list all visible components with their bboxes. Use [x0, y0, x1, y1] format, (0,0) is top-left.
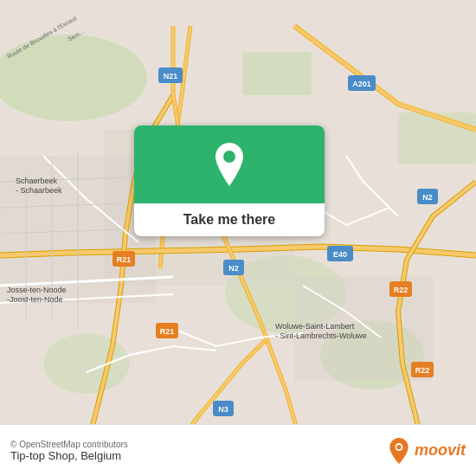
- svg-text:Josse-ten-Noode: Josse-ten-Noode: [7, 286, 67, 294]
- take-me-there-button[interactable]: Take me there: [183, 212, 275, 228]
- navigation-card: Take me there: [134, 125, 325, 236]
- svg-text:R21: R21: [117, 255, 132, 264]
- location-name: Tip-top Shop, Belgium: [10, 449, 128, 462]
- svg-text:N3: N3: [218, 405, 228, 414]
- svg-text:R22: R22: [394, 286, 408, 294]
- moovit-brand-text: moovit: [415, 441, 466, 460]
- svg-text:N2: N2: [228, 264, 239, 273]
- svg-text:N2: N2: [422, 193, 433, 202]
- svg-rect-2: [242, 52, 312, 95]
- card-body[interactable]: Take me there: [134, 203, 325, 236]
- svg-text:- Schaarbeek: - Schaarbeek: [16, 186, 62, 195]
- osm-attribution: © OpenStreetMap contributors: [10, 440, 128, 449]
- svg-text:A201: A201: [352, 80, 371, 88]
- map-container: N21 A201 N2 N2 E40 R21 R21 R22 R: [0, 0, 476, 476]
- svg-text:Woluwe-Saint-Lambert: Woluwe-Saint-Lambert: [275, 322, 355, 331]
- svg-text:- Sint-Lambrechts-Woluwe: - Sint-Lambrechts-Woluwe: [275, 331, 367, 340]
- moovit-pin-icon: [387, 437, 411, 465]
- svg-text:E40: E40: [333, 250, 347, 259]
- info-bar: © OpenStreetMap contributors Tip-top Sho…: [0, 424, 476, 476]
- svg-rect-6: [398, 113, 476, 164]
- svg-text:N21: N21: [164, 72, 178, 80]
- map-background: N21 A201 N2 N2 E40 R21 R21 R22 R: [0, 0, 476, 476]
- svg-point-40: [396, 444, 401, 448]
- card-header: [134, 125, 325, 203]
- svg-text:-Joost-ten-Node: -Joost-ten-Node: [7, 295, 63, 304]
- svg-text:R21: R21: [160, 327, 175, 336]
- svg-text:Schaerbeek: Schaerbeek: [16, 177, 58, 185]
- location-info: © OpenStreetMap contributors Tip-top Sho…: [10, 440, 128, 462]
- svg-point-38: [223, 151, 235, 163]
- map-svg: N21 A201 N2 N2 E40 R21 R21 R22 R: [0, 0, 476, 476]
- svg-text:R22: R22: [415, 366, 430, 375]
- svg-point-4: [43, 333, 130, 394]
- location-pin-icon: [210, 141, 248, 188]
- moovit-logo: moovit: [387, 437, 466, 465]
